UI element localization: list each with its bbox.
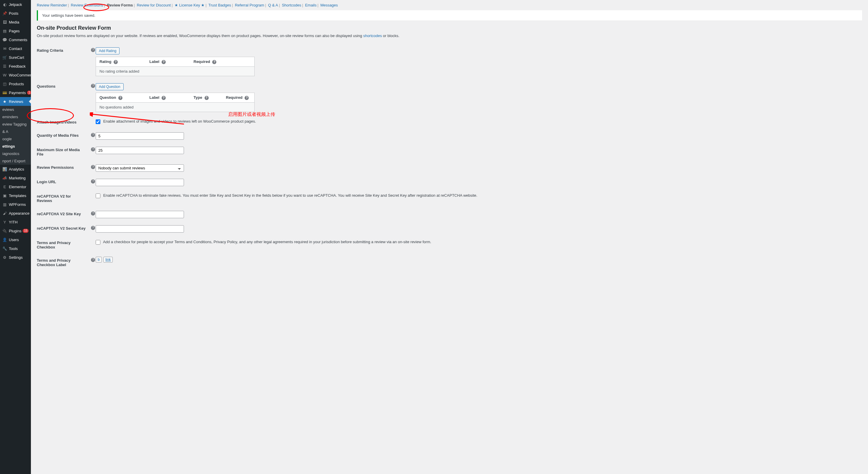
review-permissions-select[interactable]: Nobody can submit reviews [96,164,184,172]
terms-checkbox[interactable] [96,240,100,245]
sidebar-item-reviews[interactable]: ★Reviews [0,97,31,106]
label-max-size: Maximum Size of Media File [37,143,90,161]
sidebar-item-jetpack[interactable]: ◐Jetpack [0,0,31,9]
submenu-review-tagging[interactable]: eview Tagging [0,121,31,128]
sidebar-item-templates[interactable]: ▣Templates [0,191,31,200]
login-url-input[interactable] [96,179,184,186]
recaptcha-secret-input[interactable] [96,225,184,233]
sidebar-item-payments[interactable]: 💳Payments1 [0,88,31,97]
shortcodes-link[interactable]: shortcodes [363,34,382,38]
tab-license-key[interactable]: ★ License Key ★ [175,3,205,7]
tab-trust-badges[interactable]: Trust Badges [208,3,231,7]
sidebar-item-users[interactable]: 👤Users [0,235,31,244]
help-icon[interactable]: ? [212,60,216,64]
label-recaptcha-secret: reCAPTCHA V2 Secret Key [37,222,90,236]
wrench-icon: 🔧 [2,246,7,251]
help-icon[interactable]: ? [245,96,249,100]
sidebar-item-settings[interactable]: ⚙Settings [0,253,31,262]
sidebar-item-pages[interactable]: ▤Pages [0,27,31,35]
tab-review-reminder[interactable]: Review Reminder [37,3,67,7]
sidebar-label: Elementor [9,185,26,189]
help-icon[interactable]: ? [91,179,95,183]
tab-referral-program[interactable]: Referral Program [235,3,264,7]
attach-media-checkbox[interactable] [96,120,100,124]
tab-shortcodes[interactable]: Shortcodes [282,3,301,7]
submenu-reviews[interactable]: eviews [0,106,31,113]
help-icon[interactable]: ? [162,60,166,64]
sidebar-item-yith[interactable]: YYITH [0,217,31,227]
quicktag-link[interactable]: link [103,257,113,263]
attach-media-field[interactable]: Enable attachment of images and videos t… [96,119,256,124]
separator: | [232,3,233,7]
help-icon[interactable]: ? [91,211,95,215]
add-rating-button[interactable]: Add Rating [96,47,120,55]
sidebar-item-surecart[interactable]: 🛒SureCart [0,53,31,62]
separator: | [265,3,266,7]
recaptcha-field[interactable]: Enable reCAPTCHA to eliminate fake revie… [96,193,477,198]
gear-icon: ⚙ [2,255,7,260]
help-icon[interactable]: ? [91,226,95,230]
sidebar-label: Comments [9,38,27,42]
sidebar-item-media[interactable]: 🖼Media [0,18,31,27]
empty-row: No rating criteria added [96,67,255,76]
help-icon[interactable]: ? [91,133,95,137]
quantity-media-input[interactable] [96,132,184,140]
recaptcha-site-input[interactable] [96,211,184,218]
templates-icon: ▣ [2,193,7,198]
separator: | [279,3,280,7]
col-label: Label ? [146,93,190,103]
tab-qa[interactable]: Q & A [268,3,278,7]
sidebar-item-posts[interactable]: 📌Posts [0,9,31,18]
help-icon[interactable]: ? [91,165,95,169]
sidebar-item-comments[interactable]: 💬Comments [0,35,31,44]
chart-icon: 📊 [2,167,7,171]
sidebar-item-analytics[interactable]: 📊Analytics [0,165,31,173]
tab-review-forms[interactable]: Review Forms [107,3,133,7]
sidebar-item-elementor[interactable]: EElementor [0,182,31,191]
help-icon[interactable]: ? [91,48,95,52]
sidebar-label: Templates [9,194,26,198]
sidebar-item-products[interactable]: ◫Products [0,79,31,88]
tab-messages[interactable]: Messages [320,3,338,7]
help-icon[interactable]: ? [91,84,95,88]
help-icon[interactable]: ? [118,96,122,100]
submenu-google[interactable]: oogle [0,135,31,143]
tab-emails[interactable]: Emails [305,3,316,7]
sidebar-item-plugins[interactable]: 🔌Plugins15 [0,227,31,235]
star-icon: ★ [2,99,7,104]
col-required: Required ? [222,93,255,103]
tab-review-extensions[interactable]: Review Extensions [71,3,103,7]
label-questions: Questions [37,80,90,115]
tab-review-discount[interactable]: Review for Discount [137,3,171,7]
max-size-input[interactable] [96,147,184,154]
sidebar-label: Jetpack [9,2,22,7]
help-icon[interactable]: ? [162,96,166,100]
sidebar-item-wpforms[interactable]: ▥WPForms [0,200,31,209]
sidebar-item-feedback[interactable]: ☰Feedback [0,62,31,71]
sidebar-item-marketing[interactable]: 📣Marketing [0,173,31,182]
recaptcha-checkbox[interactable] [96,194,100,198]
help-icon[interactable]: ? [91,147,95,151]
submenu-import-export[interactable]: nport / Export [0,157,31,165]
submenu-reminders[interactable]: eminders [0,113,31,121]
sidebar-item-woocommerce[interactable]: WWooCommerce [0,71,31,79]
col-label: Label ? [146,57,190,67]
help-icon[interactable]: ? [205,96,209,100]
submenu-settings[interactable]: ettings [0,143,31,150]
submenu-qa[interactable]: & A [0,128,31,135]
sidebar-label: Posts [9,11,19,15]
sidebar-label: Appearance [9,211,29,215]
sidebar-item-tools[interactable]: 🔧Tools [0,244,31,253]
sidebar-item-contact[interactable]: ✉Contact [0,44,31,53]
help-icon[interactable]: ? [91,258,95,262]
submenu-diagnostics[interactable]: iagnostics [0,150,31,157]
separator: | [317,3,318,7]
help-icon[interactable]: ? [114,60,118,64]
sidebar-item-appearance[interactable]: 🖌Appearance [0,209,31,217]
label-recaptcha: reCAPTCHA V2 for Reviews [37,190,90,207]
add-question-button[interactable]: Add Question [96,83,124,90]
media-icon: 🖼 [2,20,7,24]
terms-field[interactable]: Add a checkbox for people to accept your… [96,240,431,244]
label-attach-media: Attach Images/Videos [37,115,90,129]
quicktag-bold[interactable]: b [96,257,102,263]
